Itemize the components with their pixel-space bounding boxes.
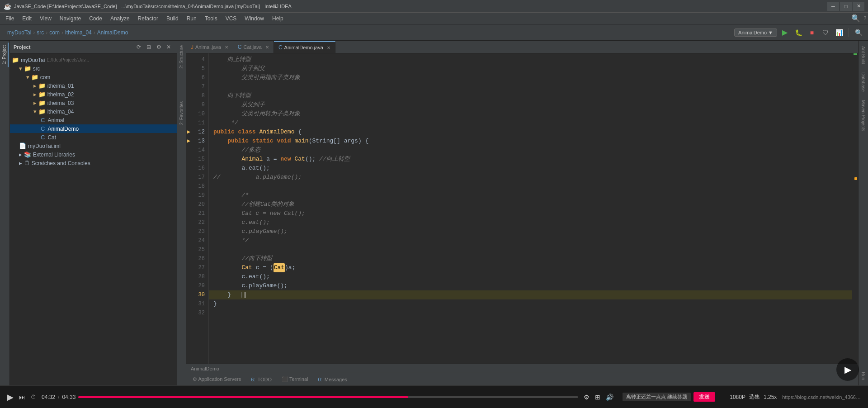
collapse-all-button[interactable]: ⊟ [144,43,153,52]
settings-button[interactable]: ⚙ [584,394,590,401]
gutter-mark-top [854,53,857,55]
restore-button[interactable]: □ [840,2,852,11]
line-28: 28 [188,272,205,281]
code-line-19: /* [209,191,852,200]
tree-item-itheima04[interactable]: ▾ 📁 itheima_04 [10,107,177,116]
tree-item-animal[interactable]: C Animal [10,116,177,124]
menu-refactor[interactable]: Refactor [134,14,162,23]
project-tab[interactable]: 1: Project [1,43,9,67]
breadcrumb-itheima04[interactable]: itheima_04 [65,29,92,36]
menu-file[interactable]: File [2,14,18,23]
resolution-button[interactable]: 1080P [730,394,745,400]
play-button[interactable]: ▶ [7,392,14,402]
code-line-25 [209,245,852,254]
stop-button[interactable]: ■ [806,27,818,38]
close-button[interactable]: ✕ [853,2,864,11]
favorites-tab[interactable]: 2: Favorites [178,99,185,128]
close-panel-button[interactable]: ✕ [164,43,173,52]
code-content[interactable]: 向上转型 从子到父 父类引用指向子类对象 向 [209,53,852,364]
quality-button[interactable]: 选集 [749,393,760,401]
menu-edit[interactable]: Edit [19,14,35,23]
speed-button[interactable]: 1.25x [764,394,777,400]
tree-item-animaldemo[interactable]: C AnimalDemo [10,124,177,133]
menu-window[interactable]: Window [241,14,268,23]
menu-analyze[interactable]: Analyze [107,14,133,23]
run-config-selector[interactable]: AnimalDemo ▼ [734,28,777,37]
tree-item-itheima02[interactable]: ▸ 📁 itheima_02 [10,90,177,99]
tree-item-src[interactable]: ▾ 📁 src [10,64,177,73]
menu-tools[interactable]: Tools [201,14,221,23]
search-everywhere-button[interactable]: 🔍 [850,13,862,24]
coverage-button[interactable]: 🛡 [820,27,831,38]
cat-label: Cat [47,134,56,141]
appservers-icon: ⚙ [193,376,198,382]
menu-navigate[interactable]: Navigate [56,14,85,23]
maven-tab[interactable]: Maven Projects [860,96,867,135]
line-5: 5 [188,64,205,73]
close-tab-animal[interactable]: ✕ [225,45,228,50]
code-line-20: //创建Cat类的对象 [209,200,852,209]
animal-label: Animal [47,117,64,123]
line-17: 17 [188,173,205,182]
menu-help[interactable]: Help [269,14,287,23]
line-26: 26 [188,254,205,263]
taskbar-button[interactable]: ⊞ [595,394,600,401]
menu-view[interactable]: View [36,14,55,23]
video-total-time: 04:33 [62,394,75,400]
video-progress-bar[interactable] [78,396,578,398]
search-button[interactable]: 🔍 [853,27,864,38]
bottom-tab-appservers[interactable]: ⚙ Application Servers [188,375,245,384]
right-gutter [852,53,858,364]
tree-item-root[interactable]: 📁 myDuoTai E:\IdeaProjects\Jav... [10,56,177,64]
breadcrumb-root[interactable]: myDuoTai [7,29,31,36]
breadcrumb: myDuoTai › src › com › itheima_04 › Anim… [7,29,128,36]
structure-tab[interactable]: 2: Structure [178,43,185,71]
tree-item-itheima01[interactable]: ▸ 📁 itheima_01 [10,81,177,90]
run-button[interactable]: ▶ [779,27,791,38]
menu-build[interactable]: Build [163,14,182,23]
window-title: JavaSE_Code [E:\IdeaProjects\JavaSE_Code… [14,4,292,9]
code-line-7 [209,82,852,91]
run-tab[interactable]: Run [860,368,867,384]
profiler-button[interactable]: 📊 [833,27,845,38]
bottom-tab-todo[interactable]: 6: TODO [246,375,276,384]
line-19: 19 [188,191,205,200]
tab-animal[interactable]: J Animal.java ✕ [186,41,233,53]
menu-code[interactable]: Code [85,14,106,23]
sync-button[interactable]: ⟳ [134,43,143,52]
tree-item-itheima03[interactable]: ▸ 📁 itheima_03 [10,99,177,107]
code-line-6: 父类引用指向子类对象 [209,73,852,82]
send-button[interactable]: 发送 [693,392,715,402]
settings-button[interactable]: ⚙ [154,43,163,52]
breadcrumb-com[interactable]: com [49,29,60,36]
database-tab[interactable]: Database [860,69,867,95]
menu-vcs[interactable]: VCS [222,14,241,23]
tree-item-extlib[interactable]: ▸ 📚 External Libraries [10,150,177,159]
tree-item-cat[interactable]: C Cat [10,133,177,142]
tab-animaldemo[interactable]: C AnimalDemo.java ✕ [274,41,335,53]
bottom-tab-terminal[interactable]: ⬛ Terminal [277,375,312,384]
debug-button[interactable]: 🐛 [793,27,804,38]
tree-item-com[interactable]: ▾ 📁 com [10,73,177,81]
video-watermark[interactable]: ▶ [836,358,859,381]
close-tab-animaldemo[interactable]: ✕ [327,45,330,50]
iml-icon: 📄 [19,142,26,149]
minimize-button[interactable]: ─ [827,2,839,11]
itheima03-label: itheima_03 [47,100,74,106]
line-29: 29 [188,281,205,290]
breadcrumb-animaldemo[interactable]: AnimalDemo [97,29,128,36]
menu-run[interactable]: Run [183,14,200,23]
ant-build-tab[interactable]: Ant Build [860,43,867,68]
volume-button[interactable]: 🔊 [606,394,613,401]
code-editor[interactable]: 4 5 6 7 8 9 10 11 ▶12 ▶13 14 15 [186,53,858,364]
java-icon: C [278,44,283,51]
close-tab-cat[interactable]: ✕ [265,45,269,50]
url-bar: https://blog.csdn.net/weixin_4366… [782,394,861,400]
breadcrumb-src[interactable]: src [37,29,44,36]
bottom-tab-messages[interactable]: 0: Messages [313,375,351,384]
app-icon: ☕ [4,3,11,10]
skip-next-button[interactable]: ⏭ [19,394,25,401]
tab-cat[interactable]: C Cat.java ✕ [233,41,274,53]
tree-item-iml[interactable]: 📄 myDuoTai.iml [10,142,177,150]
tree-item-scratches[interactable]: ▸ 🗒 Scratches and Consoles [10,159,177,167]
